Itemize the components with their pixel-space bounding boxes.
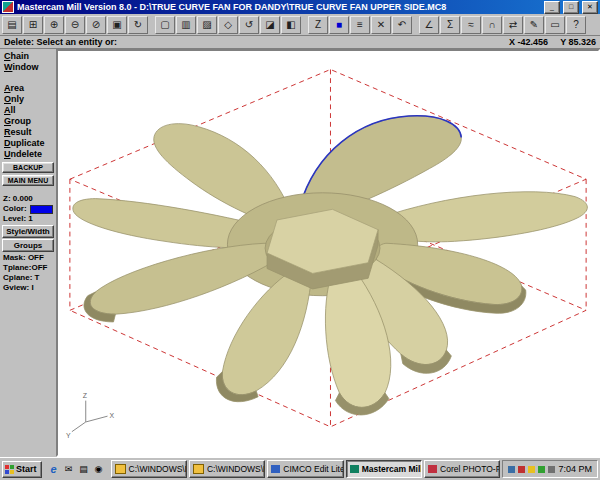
- mask-status[interactable]: Mask: OFF: [2, 253, 54, 263]
- minimize-button[interactable]: _: [544, 1, 560, 14]
- menu-item-duplicate[interactable]: Duplicate: [2, 138, 54, 149]
- title-bar: Mastercam Mill Version 8.0 - D:\TRUE CUR…: [0, 0, 600, 14]
- menu-item-result[interactable]: Result: [2, 127, 54, 138]
- corel-icon: [428, 465, 437, 473]
- zoom-window-icon[interactable]: ⊞: [23, 16, 43, 34]
- show-desktop-icon[interactable]: ▤: [77, 462, 91, 476]
- style-width-button[interactable]: Style/Width: [2, 225, 54, 238]
- tray-antivirus-icon[interactable]: [518, 466, 525, 473]
- close-button[interactable]: ✕: [582, 1, 598, 14]
- windows-taskbar: Start e ✉ ▤ ◉ C:\WINDOWS\Des... C:\WINDO…: [0, 457, 600, 480]
- coordinate-y: Y 85.326: [560, 37, 596, 47]
- dynamic-rotate-icon[interactable]: ↺: [239, 16, 259, 34]
- menu-item-all[interactable]: All: [2, 105, 54, 116]
- cplane-status[interactable]: Cplane: T: [2, 273, 54, 283]
- folder-icon: [193, 464, 204, 474]
- prompt-bar: Delete: Select an entity or: X -42.456 Y…: [0, 36, 600, 49]
- main-toolbar: ▤ ⊞ ⊕ ⊖ ⊘ ▣ ↻ ▢ ▥ ▨ ◇ ↺ ◪ ◧ Z ■ ≡ ✕ ↶ ∠ …: [0, 14, 600, 36]
- task-label: C:\WINDOWS\Des...: [207, 464, 265, 474]
- gview-status[interactable]: Gview: I: [2, 283, 54, 293]
- task-label: C:\WINDOWS\Des...: [129, 464, 187, 474]
- axis-y-label: Y: [66, 433, 71, 440]
- system-tray: 7:04 PM: [502, 460, 598, 478]
- toolpaths-icon[interactable]: ✎: [524, 16, 544, 34]
- start-label: Start: [16, 464, 37, 474]
- unzoom-icon[interactable]: ⊖: [65, 16, 85, 34]
- file-new-icon[interactable]: ▤: [2, 16, 22, 34]
- coordinate-x: X -42.456: [509, 37, 548, 47]
- main-menu-button[interactable]: MAIN MENU: [2, 175, 54, 186]
- level-icon[interactable]: ≡: [350, 16, 370, 34]
- sigma-icon[interactable]: Σ: [440, 16, 460, 34]
- channels-icon[interactable]: ◉: [92, 462, 106, 476]
- axis-x-label: X: [110, 412, 115, 419]
- maximize-button[interactable]: □: [563, 1, 579, 14]
- folder-icon: [115, 464, 126, 474]
- gview-top-icon[interactable]: ▢: [155, 16, 175, 34]
- menu-item-chain[interactable]: Chain: [2, 51, 54, 62]
- mastercam-icon: [350, 465, 359, 473]
- start-button[interactable]: Start: [2, 461, 42, 478]
- analyze-icon[interactable]: ∠: [419, 16, 439, 34]
- coordinate-readout: X -42.456 Y 85.326: [509, 37, 596, 47]
- menu-item-group[interactable]: Group: [2, 116, 54, 127]
- axis-z-label: Z: [83, 392, 87, 399]
- taskbar-task-mastercam[interactable]: Mastercam Mill V...: [346, 460, 422, 478]
- taskbar-task-windows-1[interactable]: C:\WINDOWS\Des...: [111, 460, 187, 478]
- menu-item-window[interactable]: Window: [2, 62, 54, 73]
- cimco-icon: [271, 465, 280, 473]
- construction-depth-icon[interactable]: Z: [308, 16, 328, 34]
- status-panel: Z: 0.000 Color: Level: 1 Style/Width Gro…: [2, 194, 54, 293]
- taskbar-task-corel[interactable]: Corel PHOTO-PAINT 7: [424, 460, 500, 478]
- quick-launch: e ✉ ▤ ◉: [44, 462, 109, 476]
- level-status[interactable]: Level: 1: [2, 214, 54, 224]
- gview-isometric-icon[interactable]: ◇: [218, 16, 238, 34]
- help-icon[interactable]: ?: [566, 16, 586, 34]
- taskbar-task-cimco[interactable]: CIMCO Edit Lite 4.0...: [267, 460, 343, 478]
- tray-display-icon[interactable]: [508, 466, 515, 473]
- gview-front-icon[interactable]: ▥: [176, 16, 196, 34]
- tplane-icon[interactable]: ◧: [281, 16, 301, 34]
- backup-button[interactable]: BACKUP: [2, 162, 54, 173]
- tray-network-icon[interactable]: [538, 466, 545, 473]
- tray-volume-icon[interactable]: [548, 466, 555, 473]
- curve-icon[interactable]: ≈: [461, 16, 481, 34]
- windows-logo-icon: [5, 465, 14, 474]
- current-color-swatch[interactable]: [30, 205, 53, 214]
- surface-icon[interactable]: ∩: [482, 16, 502, 34]
- cplane-icon[interactable]: ◪: [260, 16, 280, 34]
- groups-button[interactable]: Groups: [2, 239, 54, 252]
- menu-item-undelete[interactable]: Undelete: [2, 149, 54, 160]
- app-icon: [2, 1, 14, 13]
- repaint-icon[interactable]: ↻: [128, 16, 148, 34]
- zoom-target-icon[interactable]: ⊕: [44, 16, 64, 34]
- color-icon[interactable]: ■: [329, 16, 349, 34]
- xform-icon[interactable]: ⇄: [503, 16, 523, 34]
- task-label: CIMCO Edit Lite 4.0...: [283, 464, 343, 474]
- prompt-message: Delete: Select an entity or:: [4, 37, 117, 47]
- task-label: Corel PHOTO-PAINT 7: [440, 464, 500, 474]
- graphics-viewport[interactable]: Z X Y: [56, 49, 600, 457]
- taskbar-task-windows-2[interactable]: C:\WINDOWS\Des...: [189, 460, 265, 478]
- fit-screen-icon[interactable]: ▣: [107, 16, 127, 34]
- delete-icon[interactable]: ✕: [371, 16, 391, 34]
- unzoom-half-icon[interactable]: ⊘: [86, 16, 106, 34]
- screen-icon[interactable]: ▭: [545, 16, 565, 34]
- z-depth-status[interactable]: Z: 0.000: [2, 194, 54, 204]
- taskbar-clock[interactable]: 7:04 PM: [558, 464, 592, 474]
- color-status[interactable]: Color:: [2, 204, 54, 214]
- gview-side-icon[interactable]: ▨: [197, 16, 217, 34]
- mastercam-window: Mastercam Mill Version 8.0 - D:\TRUE CUR…: [0, 0, 600, 480]
- menu-item-only[interactable]: Only: [2, 94, 54, 105]
- undelete-icon[interactable]: ↶: [392, 16, 412, 34]
- task-label: Mastercam Mill V...: [362, 464, 422, 474]
- color-status-label: Color:: [3, 204, 27, 214]
- tplane-status[interactable]: Tplane:OFF: [2, 263, 54, 273]
- window-title: Mastercam Mill Version 8.0 - D:\TRUE CUR…: [17, 2, 541, 12]
- menu-sidebar: Chain Window Area Only All Group Result …: [0, 49, 56, 457]
- menu-item-area[interactable]: Area: [2, 83, 54, 94]
- outlook-icon[interactable]: ✉: [62, 462, 76, 476]
- fan-model-canvas[interactable]: Z X Y: [58, 51, 598, 455]
- tray-scheduler-icon[interactable]: [528, 466, 535, 473]
- ie-icon[interactable]: e: [47, 462, 61, 476]
